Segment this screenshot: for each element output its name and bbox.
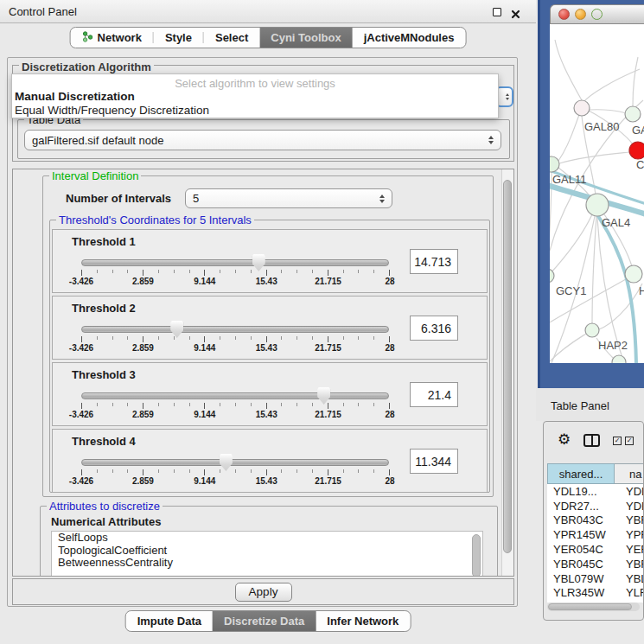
threshold-1-slider[interactable]: [81, 259, 389, 266]
threshold-4-label: Threshold 4: [72, 435, 136, 448]
network-canvas[interactable]: GAL80GACGAL11GAL4GCY1HHAP2: [550, 24, 644, 363]
slider-thumb[interactable]: [252, 254, 265, 271]
node-right-h[interactable]: [625, 265, 642, 283]
table-row[interactable]: YBL079WYBL0: [547, 571, 644, 586]
node-bottom[interactable]: [612, 355, 626, 363]
table-row[interactable]: YER054CYER0: [547, 542, 644, 557]
node-top-right[interactable]: [625, 106, 641, 122]
node-hap2[interactable]: [585, 323, 599, 337]
attribute-item[interactable]: TopologicalCoefficient: [52, 545, 482, 558]
tab-discretize-data[interactable]: Discretize Data: [213, 611, 316, 631]
table-row[interactable]: YBR045CYBR0: [547, 557, 644, 571]
table-data-combobox[interactable]: galFiltered.sif default node: [24, 130, 501, 150]
scrollbar-thumb[interactable]: [548, 603, 632, 610]
tab-select[interactable]: Select: [204, 28, 259, 48]
threshold-1-value-field[interactable]: 14.713: [410, 249, 458, 274]
tab-style[interactable]: Style: [154, 28, 203, 48]
slider-ticks: [81, 270, 390, 276]
slider-thumb[interactable]: [170, 321, 183, 338]
threshold-4-slider[interactable]: [81, 459, 389, 466]
table-cell: YBR043C: [547, 513, 615, 526]
table-cell: YLR3: [615, 586, 644, 599]
control-panel: Control Panel Network Style Select Cyni …: [0, 0, 536, 644]
tab-label: Discretize Data: [224, 615, 304, 628]
spinner-arrows-icon: [488, 136, 494, 144]
popup-item-manual-discretization[interactable]: Manual Discretization: [12, 90, 498, 104]
minimize-traffic-light-icon[interactable]: [575, 9, 586, 20]
table-panel: ⚙ ✓ ✓ shared... na YDL19...YDL1YDR27...Y…: [543, 421, 644, 621]
table-row[interactable]: YBR043CYBR0: [547, 513, 644, 528]
table-cell: YER054C: [547, 543, 615, 556]
threshold-3-panel: Threshold 3 -3.4262.8599.14415.4321.7152…: [52, 362, 488, 426]
apply-row: Apply: [12, 578, 514, 605]
close-traffic-light-icon[interactable]: [558, 9, 570, 20]
tick-label: 28: [385, 410, 394, 419]
node-gal80[interactable]: [574, 100, 590, 116]
threshold-3-slider[interactable]: [81, 392, 389, 399]
tab-label: Network: [98, 31, 142, 44]
threshold-2-label: Threshold 2: [72, 302, 136, 315]
popup-item-equal-width[interactable]: Equal Width/Frequency Discretization: [12, 104, 498, 118]
numerical-attributes-list[interactable]: SelfLoopsTopologicalCoefficientBetweenne…: [51, 531, 483, 577]
tab-network[interactable]: Network: [71, 28, 153, 48]
checkbox-checked-icon[interactable]: ✓: [613, 437, 622, 445]
table-panel-titlebar: Table Panel: [536, 388, 644, 421]
float-icon[interactable]: [493, 8, 501, 16]
tab-impute-data[interactable]: Impute Data: [126, 611, 213, 631]
table-row[interactable]: YPR145WYPR1: [547, 527, 644, 542]
column-header-name[interactable]: na: [615, 463, 644, 484]
split-view-icon[interactable]: [583, 434, 600, 447]
node-label-gal11: GAL11: [552, 173, 587, 186]
threshold-3-label: Threshold 3: [72, 368, 136, 381]
table-cell: YPR1: [615, 528, 644, 541]
threshold-2-slider[interactable]: [81, 326, 389, 333]
threshold-2-value-field[interactable]: 6.316: [410, 316, 458, 341]
tab-label: Style: [165, 31, 192, 44]
tick-label: 2.859: [132, 476, 154, 486]
tab-cyni-toolbox[interactable]: Cyni Toolbox: [259, 28, 352, 48]
network-window-titlebar: [550, 4, 644, 24]
tick-label: 9.144: [194, 410, 215, 419]
table-row[interactable]: YDL19...YDL1: [547, 484, 644, 499]
node-selected-red[interactable]: [629, 142, 644, 159]
slider-scale: -3.4262.8599.14415.4321.71528: [81, 410, 390, 420]
table-header-row: shared... na: [547, 463, 644, 484]
list-scrollbar[interactable]: [472, 534, 481, 577]
column-header-shared-name[interactable]: shared...: [547, 463, 615, 484]
tick-label: -3.426: [69, 410, 93, 419]
gear-icon[interactable]: ⚙: [558, 430, 571, 448]
slider-scale: -3.4262.8599.14415.4321.71528: [81, 476, 390, 487]
tab-label: Infer Network: [327, 615, 399, 628]
settings-scrollbar[interactable]: [501, 169, 513, 576]
node-gal11[interactable]: [550, 156, 559, 172]
attribute-item[interactable]: BetweennessCentrality: [52, 557, 482, 570]
number-of-intervals-combobox[interactable]: 5: [185, 188, 392, 208]
table-row[interactable]: YDR27...YDR2: [547, 499, 644, 513]
node-label-top-right: GA: [632, 124, 644, 137]
scrollbar-thumb[interactable]: [503, 180, 512, 553]
table-hscrollbar[interactable]: [547, 603, 640, 611]
slider-thumb[interactable]: [317, 387, 330, 405]
threshold-4-value-field[interactable]: 11.344: [410, 449, 458, 474]
tab-label: Select: [215, 31, 248, 44]
control-panel-titlebar: Control Panel: [0, 0, 536, 23]
bottom-tabbar: Impute Data Discretize Data Infer Networ…: [125, 610, 411, 632]
close-icon[interactable]: [511, 7, 520, 16]
node-gal4[interactable]: [586, 194, 609, 216]
tab-jactivemnodules[interactable]: jActiveMNodules: [353, 28, 466, 48]
node-gcy1[interactable]: [550, 269, 554, 283]
zoom-traffic-light-icon[interactable]: [591, 9, 603, 20]
table-row[interactable]: YLR345WYLR3: [547, 586, 644, 601]
table-data-value: galFiltered.sif default node: [32, 134, 163, 147]
tab-infer-network[interactable]: Infer Network: [316, 611, 410, 631]
tick-label: 15.43: [256, 476, 277, 486]
checkbox-checked-icon[interactable]: ✓: [625, 437, 634, 445]
table-data-group: Table Data galFiltered.sif default node: [17, 119, 510, 159]
attribute-item[interactable]: SelfLoops: [52, 532, 482, 545]
slider-thumb[interactable]: [220, 454, 233, 471]
number-of-intervals-value: 5: [193, 192, 199, 205]
apply-button[interactable]: Apply: [235, 583, 292, 602]
slider-ticks: [81, 403, 390, 409]
tick-label: 15.43: [256, 410, 277, 419]
threshold-3-value-field[interactable]: 21.4: [410, 382, 458, 407]
